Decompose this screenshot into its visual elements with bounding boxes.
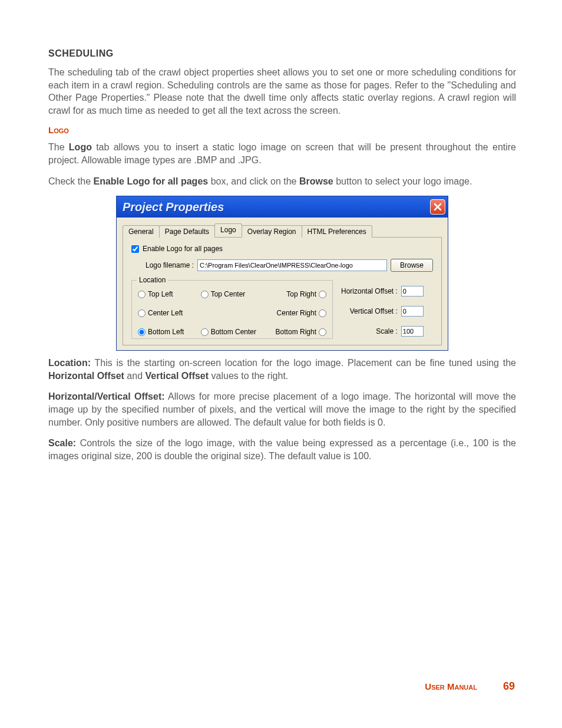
browse-button[interactable]: Browse <box>391 259 433 272</box>
logo-paragraph-2: Check the Enable Logo for all pages box,… <box>48 175 516 188</box>
radio-label: Bottom Right <box>276 328 316 336</box>
radio-center-left[interactable]: Center Left <box>138 309 201 317</box>
text: Controls the size of the logo image, wit… <box>48 438 516 461</box>
radio-bottom-left[interactable]: Bottom Left <box>138 328 201 336</box>
scheduling-heading: SCHEDULING <box>48 48 516 59</box>
tab-html-preferences[interactable]: HTML Preferences <box>302 225 372 238</box>
radio-label: Bottom Left <box>148 328 184 336</box>
radio-top-left[interactable]: Top Left <box>138 290 201 298</box>
radio-label: Center Left <box>148 309 183 317</box>
bold-voffset: Vertical Offset <box>145 371 209 381</box>
dialog-title: Project Properties <box>123 200 224 214</box>
text: button to select your logo image. <box>333 176 472 186</box>
radio-bottom-right[interactable]: Bottom Right <box>263 328 326 336</box>
radio-label: Top Right <box>286 290 316 298</box>
location-paragraph: Location: This is the starting on-screen… <box>48 357 516 382</box>
close-button[interactable] <box>430 199 445 215</box>
scale-paragraph: Scale: Controls the size of the logo ima… <box>48 437 516 462</box>
project-properties-dialog: Project Properties General Page Defaults… <box>116 196 448 351</box>
radio-label: Top Left <box>148 290 173 298</box>
horizontal-offset-input[interactable] <box>401 286 424 297</box>
bold-scale: Scale: <box>48 438 76 448</box>
text: tab allows you to insert a static logo i… <box>48 142 516 165</box>
dialog-client: General Page Defaults Logo Overlay Regio… <box>117 218 448 350</box>
page-footer: User Manual 69 <box>425 680 515 693</box>
filename-input[interactable] <box>197 259 387 271</box>
page-number: 69 <box>503 680 515 693</box>
tab-page-defaults[interactable]: Page Defaults <box>159 225 215 238</box>
tab-logo[interactable]: Logo <box>214 223 242 237</box>
vertical-offset-input[interactable] <box>401 306 424 317</box>
bold-location: Location: <box>48 358 91 368</box>
footer-label: User Manual <box>425 681 477 691</box>
text: Check the <box>48 176 93 186</box>
bold-logo: Logo <box>69 142 92 152</box>
bold-hoffset: Horizontal Offset <box>48 371 124 381</box>
scheduling-paragraph: The scheduling tab of the crawl object p… <box>48 66 516 117</box>
logo-paragraph-1: The Logo tab allows you to insert a stat… <box>48 141 516 166</box>
vertical-offset-label: Vertical Offset : <box>350 307 398 315</box>
text: This is the starting on-screen location … <box>91 358 516 368</box>
text: The <box>48 142 69 152</box>
location-legend: Location <box>137 276 168 284</box>
tab-strip: General Page Defaults Logo Overlay Regio… <box>123 225 442 238</box>
tab-general[interactable]: General <box>123 225 160 238</box>
radio-label: Center Right <box>277 309 316 317</box>
logo-heading: Logo <box>48 125 516 135</box>
radio-bottom-center[interactable]: Bottom Center <box>201 328 264 336</box>
offsets-panel: Horizontal Offset : Vertical Offset : Sc… <box>341 280 424 339</box>
tab-body: Enable Logo for all pages Logo filename … <box>123 238 442 345</box>
bold-browse: Browse <box>299 176 333 186</box>
text: values to the right. <box>209 371 288 381</box>
radio-label: Bottom Center <box>211 328 256 336</box>
tab-overlay-region[interactable]: Overlay Region <box>242 225 302 238</box>
enable-logo-checkbox[interactable] <box>131 245 139 253</box>
close-icon <box>433 202 442 212</box>
hv-offset-paragraph: Horizontal/Vertical Offset: Allows for m… <box>48 390 516 429</box>
location-group: Location Top Left Top Center Top Right C… <box>131 280 333 339</box>
dialog-titlebar: Project Properties <box>117 196 448 218</box>
text: and <box>124 371 146 381</box>
filename-label: Logo filename : <box>146 261 194 269</box>
bold-enable: Enable Logo for all pages <box>93 176 208 186</box>
radio-label: Top Center <box>211 290 246 298</box>
radio-top-center[interactable]: Top Center <box>201 290 264 298</box>
bold-hv-offset: Horizontal/Vertical Offset: <box>48 391 165 401</box>
text: box, and click on the <box>208 176 299 186</box>
enable-logo-label: Enable Logo for all pages <box>143 245 223 253</box>
radio-center-right[interactable]: Center Right <box>263 309 326 317</box>
radio-top-right[interactable]: Top Right <box>263 290 326 298</box>
scale-label: Scale : <box>376 327 398 335</box>
scale-input[interactable] <box>401 326 424 337</box>
horizontal-offset-label: Horizontal Offset : <box>341 287 398 295</box>
